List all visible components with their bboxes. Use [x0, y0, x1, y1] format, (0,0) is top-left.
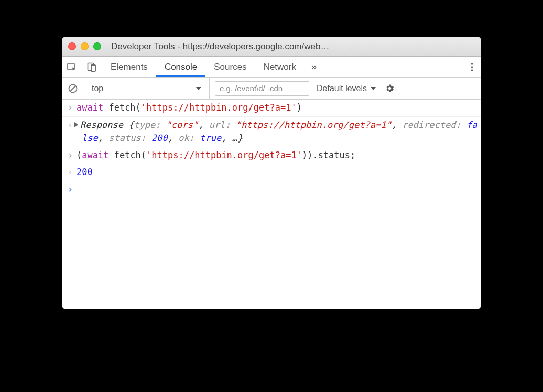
input-chevron-icon: ›: [64, 149, 77, 162]
text-cursor: [78, 184, 78, 194]
console-input-row: › await fetch('https://httpbin.org/get?a…: [62, 100, 481, 117]
device-toolbar-icon[interactable]: [82, 57, 102, 77]
prompt-chevron-icon: ›: [64, 183, 77, 197]
maximize-window-button[interactable]: [93, 42, 101, 50]
log-levels-label: Default levels: [317, 84, 367, 93]
tabbar: Elements Console Sources Network »: [62, 57, 481, 78]
tab-sources[interactable]: Sources: [205, 57, 255, 77]
svg-point-6: [471, 69, 473, 71]
dropdown-icon: [196, 86, 202, 91]
svg-line-8: [70, 85, 76, 91]
settings-menu-button[interactable]: [462, 57, 481, 77]
minimize-window-button[interactable]: [81, 42, 89, 50]
expand-icon[interactable]: [74, 122, 78, 127]
tab-console[interactable]: Console: [156, 57, 205, 77]
console-prompt-row[interactable]: ›: [62, 181, 481, 198]
console-output[interactable]: › await fetch('https://httpbin.org/get?a…: [62, 100, 481, 309]
console-prompt-input[interactable]: [77, 183, 478, 197]
console-code: (await fetch('https://httpbin.org/get?a=…: [77, 149, 478, 162]
clear-console-icon[interactable]: [67, 83, 79, 94]
window-title: Developer Tools - https://developers.goo…: [111, 41, 475, 52]
console-code: await fetch('https://httpbin.org/get?a=1…: [77, 101, 478, 115]
svg-point-5: [471, 66, 473, 68]
console-result[interactable]: Response {type: "cors", url: "https://ht…: [77, 118, 478, 145]
svg-point-4: [471, 63, 473, 65]
tabs-overflow-button[interactable]: »: [305, 57, 323, 77]
console-result: 200: [77, 166, 478, 179]
input-chevron-icon: ›: [64, 101, 77, 115]
context-selector[interactable]: top: [84, 78, 210, 99]
result-chevron-icon: ‹: [64, 166, 77, 179]
console-toolbar: top Default levels: [62, 78, 481, 100]
devtools-window: Developer Tools - https://developers.goo…: [62, 37, 481, 309]
tab-elements[interactable]: Elements: [102, 57, 156, 77]
inspect-element-icon[interactable]: [62, 57, 82, 77]
context-label: top: [92, 84, 103, 93]
dropdown-icon: [370, 86, 376, 91]
tab-network[interactable]: Network: [255, 57, 305, 77]
console-result-row: ‹ 200: [62, 164, 481, 181]
console-result-row: ‹ Response {type: "cors", url: "https://…: [62, 117, 481, 147]
titlebar: Developer Tools - https://developers.goo…: [62, 37, 481, 57]
svg-rect-2: [91, 65, 95, 71]
console-input-row: › (await fetch('https://httpbin.org/get?…: [62, 147, 481, 165]
filter-input[interactable]: [215, 81, 309, 96]
console-settings-icon[interactable]: [385, 83, 395, 93]
log-levels-selector[interactable]: Default levels: [317, 84, 376, 93]
close-window-button[interactable]: [68, 42, 76, 50]
